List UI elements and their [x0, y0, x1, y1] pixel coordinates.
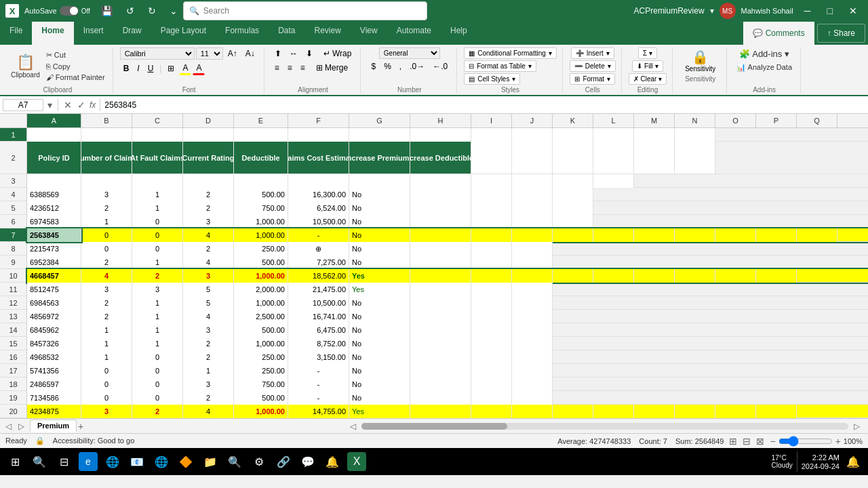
cell-g8[interactable]: No [349, 242, 410, 256]
cell-d14[interactable]: 3 [183, 323, 234, 337]
cell-f8[interactable]: ⊕ [288, 242, 349, 256]
cell-i11[interactable] [471, 283, 512, 296]
comma-btn[interactable]: , [396, 60, 405, 73]
cell-b20[interactable]: 3 [81, 405, 132, 418]
cell-j7[interactable] [512, 228, 553, 242]
cell-i6[interactable] [471, 215, 512, 228]
tab-insert[interactable]: Insert [74, 22, 113, 45]
row-header-3[interactable]: 3 [0, 174, 26, 188]
cell-e20[interactable]: 1,000.00 [234, 405, 288, 418]
app9-btn[interactable]: 🔗 [274, 452, 293, 471]
cell-n7[interactable] [675, 228, 715, 242]
cell-g19[interactable]: No [349, 391, 410, 405]
cell-k13[interactable] [512, 310, 553, 323]
cell-l20[interactable] [553, 405, 593, 418]
col-header-b[interactable]: B [81, 114, 132, 127]
col-header-f[interactable]: F [288, 114, 349, 127]
col-header-p[interactable]: P [756, 114, 797, 127]
cell-d2-header[interactable]: Current Rating [183, 142, 234, 174]
row-header-14[interactable]: 14 [0, 323, 26, 337]
cell-e19[interactable]: 500.00 [234, 391, 288, 405]
start-button[interactable]: ⊞ [5, 452, 24, 471]
cell-g9[interactable]: No [349, 256, 410, 269]
percent-btn[interactable]: % [380, 60, 395, 73]
cell-c5[interactable]: 1 [132, 201, 183, 215]
cell-b16[interactable]: 1 [81, 350, 132, 364]
cell-styles-btn[interactable]: ▤ Cell Styles ▾ [464, 73, 520, 85]
cell-k9[interactable] [512, 256, 553, 269]
cell-p7[interactable] [756, 228, 797, 242]
cell-a3[interactable] [27, 174, 81, 188]
cell-k10[interactable] [512, 269, 553, 283]
row-header-17[interactable]: 17 [0, 364, 26, 378]
cell-a11[interactable]: 8512475 [27, 283, 81, 296]
row-header-5[interactable]: 5 [0, 201, 26, 215]
cell-a7[interactable]: 2563845 [27, 228, 81, 242]
cell-l3[interactable] [593, 174, 634, 188]
cell-h15[interactable] [410, 337, 471, 350]
cell-styles-dropdown[interactable]: ▾ [512, 75, 515, 83]
cell-g17[interactable]: No [349, 364, 410, 378]
cell-h17[interactable] [410, 364, 471, 378]
cut-button[interactable]: ✂ Cut [44, 50, 107, 60]
cell-b2-header[interactable]: Number of Claims [81, 142, 132, 174]
cell-k19[interactable] [512, 391, 553, 405]
cell-k1[interactable] [553, 128, 593, 142]
cell-k20[interactable] [512, 405, 553, 418]
col-header-a[interactable]: A [27, 114, 81, 127]
cell-j6[interactable] [512, 215, 553, 228]
cell-i1[interactable] [471, 128, 512, 142]
cell-d3[interactable] [183, 174, 234, 188]
row-header-12[interactable]: 12 [0, 296, 26, 310]
cell-b1[interactable] [81, 128, 132, 142]
cell-q10[interactable] [756, 269, 797, 283]
tab-page-layout[interactable]: Page Layout [151, 22, 216, 45]
underline-button[interactable]: U [144, 62, 157, 75]
cell-g18[interactable]: No [349, 378, 410, 391]
format-as-table-btn[interactable]: ⊟ Format as Table ▾ [464, 60, 536, 72]
addins-btn[interactable]: 🧩 Add-ins ▾ [736, 47, 792, 60]
analyze-data-btn[interactable]: 📊 Analyze Data [734, 62, 795, 73]
row-header-13[interactable]: 13 [0, 310, 26, 323]
cell-h3[interactable] [410, 174, 471, 188]
sensitivity-btn[interactable]: 🔒 Sensitivity [679, 47, 721, 74]
cell-e16[interactable]: 250.00 [234, 350, 288, 364]
cell-g7[interactable]: No [349, 228, 410, 242]
cell-o7[interactable] [715, 228, 756, 242]
row-header-8[interactable]: 8 [0, 242, 26, 256]
zoom-in-btn[interactable]: + [835, 436, 841, 447]
cell-c14[interactable]: 1 [132, 323, 183, 337]
cell-e2-header[interactable]: Deductible [234, 142, 288, 174]
zoom-out-btn[interactable]: − [770, 436, 775, 447]
cell-g6[interactable]: No [349, 215, 410, 228]
close-button[interactable]: ✕ [844, 4, 863, 18]
cell-c6[interactable]: 0 [132, 215, 183, 228]
cell-f19[interactable]: - [288, 391, 349, 405]
save-button[interactable]: 💾 [96, 4, 118, 18]
cell-e1[interactable] [234, 128, 288, 142]
cell-f12[interactable]: 10,500.00 [288, 296, 349, 310]
col-header-o[interactable]: O [715, 114, 756, 127]
cell-a6[interactable]: 6974583 [27, 215, 81, 228]
page-break-view-btn[interactable]: ⊠ [756, 436, 764, 447]
autosave-toggle[interactable] [60, 6, 79, 16]
format-painter-button[interactable]: 🖌 Format Painter [44, 73, 107, 82]
cell-o20[interactable] [675, 405, 715, 418]
cell-h6[interactable] [410, 215, 471, 228]
cell-o10[interactable] [675, 269, 715, 283]
cell-l7[interactable] [593, 228, 634, 242]
cell-d10[interactable]: 3 [183, 269, 234, 283]
cell-f7[interactable]: - [288, 228, 349, 242]
align-bottom-btn[interactable]: ⬇ [302, 47, 316, 60]
cell-e7[interactable]: 1,000.00 [234, 228, 288, 242]
cell-a12[interactable]: 6984563 [27, 296, 81, 310]
cell-k3[interactable] [553, 174, 593, 188]
page-layout-view-btn[interactable]: ⊟ [743, 436, 751, 447]
cell-i20[interactable] [471, 405, 512, 418]
cell-a10[interactable]: 4668457 [27, 269, 81, 283]
cell-m2[interactable] [634, 142, 675, 174]
font-size-select[interactable]: 11 [196, 47, 223, 60]
cell-n20[interactable] [634, 405, 675, 418]
cell-b12[interactable]: 2 [81, 296, 132, 310]
cell-c9[interactable]: 1 [132, 256, 183, 269]
